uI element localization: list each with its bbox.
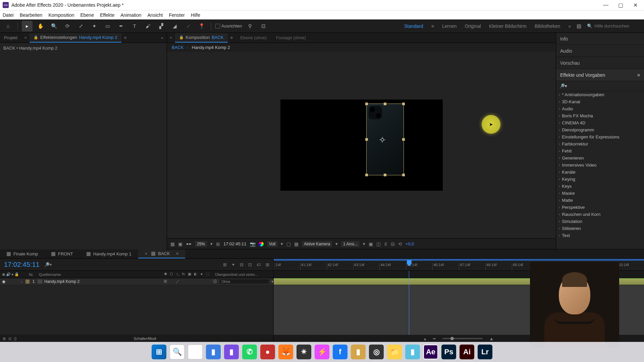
eye-icon[interactable]: ◉ — [2, 272, 5, 277]
lightroom-icon[interactable]: Lr — [478, 345, 492, 359]
facebook-icon[interactable]: f — [333, 345, 347, 359]
menu-bearbeiten[interactable]: Bearbeiten — [20, 12, 43, 18]
selection-tool[interactable]: ▸ — [22, 21, 33, 32]
tl-icon[interactable]: ✦ — [231, 262, 235, 267]
orbit-tool[interactable]: ⟳ — [62, 21, 73, 32]
resolution-icon[interactable]: ⊞ — [216, 241, 220, 247]
hand-tool[interactable]: ✋ — [35, 21, 46, 32]
taskbar-app[interactable]: ▮ — [206, 345, 221, 359]
comp-canvas[interactable] — [280, 100, 443, 191]
workspace-standard[interactable]: Standard — [404, 23, 423, 29]
snap-icon[interactable]: ⚲ — [245, 21, 255, 32]
chevron-down-icon[interactable]: ▾ — [271, 279, 273, 284]
zoom-dropdown[interactable]: 25% — [195, 241, 207, 247]
tl-icon[interactable]: ⊡ — [248, 262, 252, 267]
timeline-timecode[interactable]: 17:02:45:11 — [4, 261, 40, 268]
menu-komposition[interactable]: Komposition — [48, 12, 74, 18]
eff-category[interactable]: ›Dienstprogramm — [556, 126, 644, 133]
taskbar-app[interactable]: ✴ — [297, 345, 311, 359]
breadcrumb-back[interactable]: BACK — [172, 45, 183, 50]
comp-tab-close-icon[interactable]: × — [167, 35, 175, 40]
eff-category[interactable]: ›Stilisieren — [556, 225, 644, 232]
info-panel-header[interactable]: Info — [556, 33, 644, 45]
menu-hilfe[interactable]: Hilfe — [191, 12, 200, 18]
help-search-input[interactable] — [594, 23, 641, 28]
whatsapp-icon[interactable]: ✆ — [242, 345, 257, 359]
grid-icon[interactable]: ▦ — [170, 241, 175, 247]
tab-menu-icon[interactable]: ≡ — [121, 35, 129, 40]
menu-effekte[interactable]: Effekte — [100, 12, 114, 18]
puppet-tool[interactable]: 📍 — [196, 21, 207, 32]
tl-icon[interactable]: ⊞ — [223, 262, 227, 267]
workspace-menu-icon[interactable]: ≡ — [431, 23, 434, 29]
label-color[interactable] — [25, 280, 30, 284]
workspace-overflow-icon[interactable]: » — [568, 23, 571, 29]
zoom-out-icon[interactable]: ▴ — [424, 336, 426, 341]
eff-category[interactable]: ›Simulation — [556, 218, 644, 225]
comp-tab-menu-icon[interactable]: ≡ — [228, 35, 236, 40]
solo-icon[interactable]: ● — [11, 272, 14, 277]
eff-category[interactable]: ›Einstellungen für Expressions — [556, 133, 644, 140]
menu-animation[interactable]: Animation — [120, 12, 141, 18]
eff-category[interactable]: ›Matte — [556, 197, 644, 204]
tab-ebene-none[interactable]: Ebene (ohne) — [235, 35, 271, 40]
view-icon[interactable]: ▣ — [369, 241, 373, 247]
tl-icon[interactable]: ⊞ — [266, 262, 269, 267]
zoom-in-icon[interactable]: ▲ — [489, 336, 494, 341]
chevron-down-icon[interactable]: ▾ — [363, 241, 365, 246]
close-button[interactable]: ✕ — [632, 2, 639, 8]
colorwheel-icon[interactable] — [259, 242, 264, 246]
workspace-original[interactable]: Original — [465, 23, 481, 29]
eff-category[interactable]: ›Boris FX Mocha — [556, 112, 644, 119]
tab-close-icon[interactable]: × — [21, 35, 30, 40]
eff-category[interactable]: ›Keys — [556, 183, 644, 190]
taskbar-app[interactable]: ▮ — [224, 345, 239, 359]
workspace-bibliotheken[interactable]: Bibliotheken — [535, 23, 560, 29]
eff-category[interactable]: ›3D-Kanal — [556, 98, 644, 105]
taskbar-app[interactable]: ▮ — [405, 345, 420, 359]
zoom-out-icon[interactable]: ━ — [433, 336, 436, 341]
menu-datei[interactable]: Datei — [3, 12, 14, 18]
effects-categories-list[interactable]: ›* Animationsvorgaben ›3D-Kanal ›Audio ›… — [556, 91, 644, 249]
home-icon[interactable]: ⌂ — [3, 21, 13, 32]
chevron-down-icon[interactable]: ▾ — [210, 241, 213, 246]
search-icon[interactable]: 🔎▾ — [44, 262, 52, 267]
timeline-tab[interactable]: FRONT — [45, 249, 80, 258]
maximize-button[interactable]: ▢ — [617, 2, 624, 8]
eff-category[interactable]: ›Audio — [556, 105, 644, 112]
obs-icon[interactable]: ◎ — [369, 345, 384, 359]
tab-overflow-icon[interactable]: » — [158, 35, 167, 40]
snapshot-icon[interactable]: 📷 — [250, 241, 256, 247]
eraser-tool[interactable]: ◢ — [169, 21, 180, 32]
pickwhip-icon[interactable]: ⓞ — [213, 279, 217, 285]
pixel-icon[interactable]: ◫ — [376, 241, 381, 247]
timeline-tab-active[interactable]: ×BACK≡ — [138, 249, 185, 258]
rotate-tool[interactable]: ⤢ — [75, 21, 86, 32]
mask-icon[interactable]: ▣ — [178, 241, 182, 247]
tab-effect-settings[interactable]: 🔒 Effekteinstellungen Handy.mp4 Komp 2 — [30, 33, 121, 43]
help-search[interactable]: 🔍 — [587, 23, 641, 28]
panel-icon[interactable]: ▤ — [574, 21, 584, 32]
glasses-icon[interactable]: 👓 — [186, 241, 192, 247]
audio-panel-header[interactable]: Audio — [556, 45, 644, 57]
eff-category[interactable]: ›* Animationsvorgaben — [556, 91, 644, 98]
eff-category[interactable]: ›CINEMA 4D — [556, 119, 644, 126]
views-dropdown[interactable]: 1 Ansi... — [341, 241, 360, 247]
region-icon[interactable]: ▢ — [286, 241, 291, 247]
viewer-timecode[interactable]: 17:02:45:11 — [223, 241, 247, 246]
vorschau-panel-header[interactable]: Vorschau — [556, 57, 644, 69]
taskbar-app[interactable]: ● — [260, 345, 275, 359]
twirl-icon[interactable]: › — [17, 280, 25, 284]
tl-foot-icon[interactable]: {} — [14, 337, 16, 341]
anchor-tool[interactable]: ✦ — [89, 21, 100, 32]
eye-icon[interactable]: ◉ — [2, 279, 5, 284]
firefox-icon[interactable]: 🦊 — [278, 345, 293, 359]
speaker-icon[interactable]: 🔊 — [6, 272, 11, 277]
taskview-icon[interactable]: ▢▢ — [188, 345, 203, 359]
taskbar-app[interactable]: ▮ — [351, 345, 366, 359]
menu-ebene[interactable]: Ebene — [80, 12, 94, 18]
parent-dropdown[interactable]: Ohne — [219, 279, 269, 284]
zoom-slider[interactable] — [442, 338, 483, 339]
timeline-tab[interactable]: Finale Komp — [0, 249, 45, 258]
roto-tool[interactable]: ⟋ — [183, 21, 194, 32]
